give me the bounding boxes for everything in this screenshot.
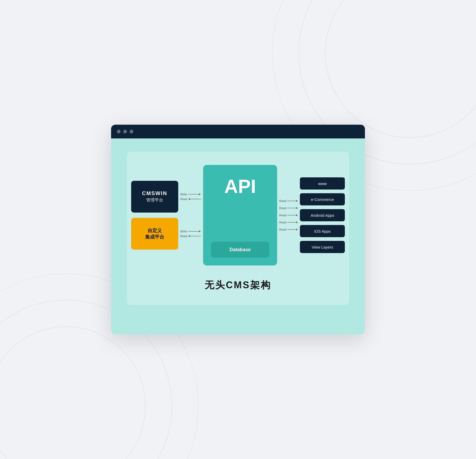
read-arrow-ecommerce: Read xyxy=(279,206,298,210)
cmswin-panel: CMSWIN 管理平台 xyxy=(131,181,178,213)
right-arrow-ios-icon xyxy=(287,221,298,224)
www-panel: www xyxy=(300,177,345,190)
left-arrows: Write Read xyxy=(180,181,201,250)
cmswin-write-label: Write xyxy=(180,193,187,196)
right-arrow-android-icon xyxy=(287,214,298,217)
browser-dot-2 xyxy=(123,130,127,133)
read-arrow-www: Read xyxy=(279,199,298,202)
svg-point-0 xyxy=(325,0,476,138)
svg-point-3 xyxy=(0,327,145,459)
right-arrow-viewlayers-icon xyxy=(287,228,298,231)
ecommerce-panel: e-Commerce xyxy=(300,193,345,205)
browser-dot-1 xyxy=(117,130,121,133)
database-box: Database xyxy=(211,242,269,258)
read-arrow-ios: Read xyxy=(279,221,298,224)
svg-marker-7 xyxy=(199,193,201,195)
svg-marker-9 xyxy=(188,198,190,200)
android-panel: Android Apps xyxy=(300,209,345,221)
right-panels: www e-Commerce Android Apps iOS Apps Vie… xyxy=(300,177,345,253)
cmswin-title: CMSWIN xyxy=(142,190,167,196)
svg-marker-17 xyxy=(296,207,298,209)
cmswin-arrows: Write Read xyxy=(180,181,201,213)
custom-line2: 集成平台 xyxy=(145,234,164,240)
svg-marker-21 xyxy=(296,221,298,223)
svg-marker-13 xyxy=(188,235,190,237)
right-arrows: Read Read Read xyxy=(279,199,298,231)
custom-write-label: Write xyxy=(180,230,187,233)
www-label: www xyxy=(318,181,327,186)
cmswin-read-label: Read xyxy=(180,197,187,201)
viewlayers-label: View Layers xyxy=(312,245,333,249)
browser-titlebar xyxy=(111,125,365,138)
diagram-title: 无头CMS架构 xyxy=(138,279,338,292)
browser-dot-3 xyxy=(130,130,133,133)
right-arrow-ecommerce-icon xyxy=(287,206,298,210)
viewlayers-panel: View Layers xyxy=(300,241,345,253)
architecture-diagram: CMSWIN 管理平台 自定义 集成平台 Write xyxy=(138,165,338,266)
api-box: API Database xyxy=(203,165,277,266)
custom-write-arrow: Write xyxy=(180,230,201,233)
custom-read-icon xyxy=(188,235,201,238)
custom-line1: 自定义 xyxy=(148,227,162,234)
browser-content: CMSWIN 管理平台 自定义 集成平台 Write xyxy=(111,138,365,334)
svg-marker-19 xyxy=(296,214,298,216)
cmswin-read-arrow: Read xyxy=(180,197,201,201)
custom-read-arrow: Read xyxy=(180,235,201,238)
custom-panel: 自定义 集成平台 xyxy=(131,218,178,250)
ios-panel: iOS Apps xyxy=(300,225,345,237)
read-arrow-android: Read xyxy=(279,214,298,217)
custom-arrows: Write Read xyxy=(180,218,201,250)
read-arrow-viewlayers: Read xyxy=(279,228,298,231)
diagram-container: CMSWIN 管理平台 自定义 集成平台 Write xyxy=(127,152,349,305)
read-arrow-left-icon xyxy=(188,197,201,201)
cmswin-write-arrow: Write xyxy=(180,193,201,196)
write-arrow-icon xyxy=(188,193,201,196)
ios-label: iOS Apps xyxy=(314,229,331,233)
custom-write-icon xyxy=(188,230,201,233)
svg-marker-11 xyxy=(199,230,201,232)
svg-marker-23 xyxy=(296,228,298,231)
cmswin-subtitle: 管理平台 xyxy=(146,197,163,203)
android-label: Android Apps xyxy=(311,213,334,218)
ecommerce-label: e-Commerce xyxy=(311,197,334,202)
left-panels: CMSWIN 管理平台 自定义 集成平台 xyxy=(131,181,178,250)
api-title: API xyxy=(224,176,256,197)
database-label: Database xyxy=(230,247,251,253)
svg-marker-15 xyxy=(296,200,298,202)
custom-read-label: Read xyxy=(180,235,187,238)
browser-window: CMSWIN 管理平台 自定义 集成平台 Write xyxy=(111,125,365,334)
right-arrow-www-icon xyxy=(287,199,298,202)
